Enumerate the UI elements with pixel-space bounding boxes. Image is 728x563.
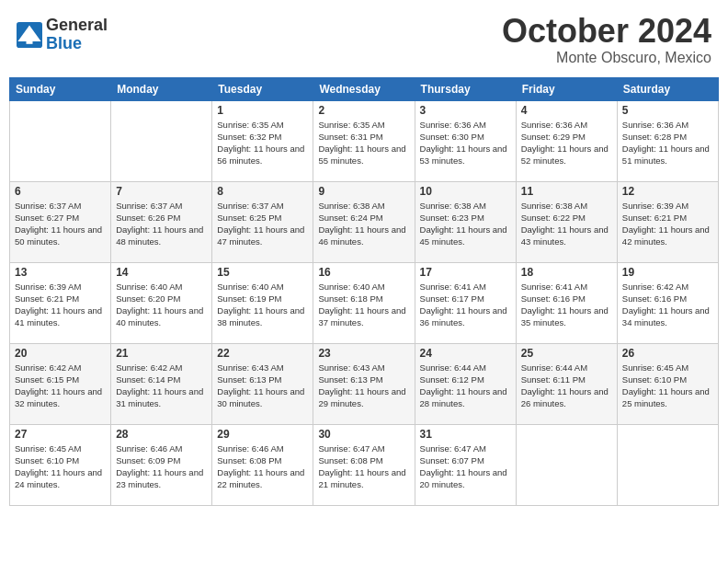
day-info: Sunrise: 6:36 AMSunset: 6:28 PMDaylight:… [622,119,713,167]
calendar-cell: 2Sunrise: 6:35 AMSunset: 6:31 PMDaylight… [313,100,415,181]
day-number: 30 [318,428,409,441]
calendar-cell: 6Sunrise: 6:37 AMSunset: 6:27 PMDaylight… [10,181,111,262]
day-number: 8 [217,185,308,198]
day-info: Sunrise: 6:46 AMSunset: 6:09 PMDaylight:… [116,442,207,491]
day-info: Sunrise: 6:38 AMSunset: 6:23 PMDaylight:… [420,200,511,248]
day-info: Sunrise: 6:41 AMSunset: 6:16 PMDaylight:… [521,281,612,329]
day-info: Sunrise: 6:40 AMSunset: 6:20 PMDaylight:… [116,281,207,329]
day-info: Sunrise: 6:43 AMSunset: 6:13 PMDaylight:… [217,362,308,410]
day-info: Sunrise: 6:44 AMSunset: 6:12 PMDaylight:… [420,362,511,410]
calendar-week-row: 6Sunrise: 6:37 AMSunset: 6:27 PMDaylight… [10,181,719,262]
day-info: Sunrise: 6:37 AMSunset: 6:27 PMDaylight:… [15,200,106,248]
day-number: 12 [622,185,713,198]
day-info: Sunrise: 6:40 AMSunset: 6:18 PMDaylight:… [318,281,409,329]
day-number: 2 [318,104,409,117]
calendar-week-row: 20Sunrise: 6:42 AMSunset: 6:15 PMDayligh… [10,343,719,424]
calendar-cell: 9Sunrise: 6:38 AMSunset: 6:24 PMDaylight… [313,181,415,262]
day-number: 26 [622,347,713,360]
calendar-cell: 10Sunrise: 6:38 AMSunset: 6:23 PMDayligh… [415,181,516,262]
day-number: 20 [15,347,106,360]
day-number: 7 [116,185,207,198]
day-number: 31 [420,428,511,441]
svg-rect-2 [27,40,33,43]
logo: General Blue [17,17,108,53]
day-info: Sunrise: 6:39 AMSunset: 6:21 PMDaylight:… [622,200,713,248]
day-info: Sunrise: 6:45 AMSunset: 6:10 PMDaylight:… [622,362,713,410]
calendar-week-row: 27Sunrise: 6:45 AMSunset: 6:10 PMDayligh… [10,424,719,505]
calendar-cell [10,100,111,181]
day-number: 1 [217,104,308,117]
day-info: Sunrise: 6:46 AMSunset: 6:08 PMDaylight:… [217,442,308,491]
logo-text: General Blue [46,17,108,53]
day-number: 5 [622,104,713,117]
day-info: Sunrise: 6:42 AMSunset: 6:16 PMDaylight:… [622,281,713,329]
day-number: 16 [318,266,409,279]
day-header-monday: Monday [111,77,212,100]
day-number: 15 [217,266,308,279]
logo-icon [17,22,42,48]
day-number: 14 [116,266,207,279]
calendar-cell: 1Sunrise: 6:35 AMSunset: 6:32 PMDaylight… [212,100,313,181]
day-number: 11 [521,185,612,198]
day-number: 28 [116,428,207,441]
calendar-cell [516,424,617,505]
calendar-table: SundayMondayTuesdayWednesdayThursdayFrid… [9,77,719,506]
calendar-cell: 18Sunrise: 6:41 AMSunset: 6:16 PMDayligh… [516,262,617,343]
day-header-tuesday: Tuesday [212,77,313,100]
day-number: 18 [521,266,612,279]
calendar-cell: 11Sunrise: 6:38 AMSunset: 6:22 PMDayligh… [516,181,617,262]
day-number: 23 [318,347,409,360]
day-info: Sunrise: 6:36 AMSunset: 6:29 PMDaylight:… [521,119,612,167]
day-info: Sunrise: 6:44 AMSunset: 6:11 PMDaylight:… [521,362,612,410]
calendar-cell: 21Sunrise: 6:42 AMSunset: 6:14 PMDayligh… [111,343,212,424]
calendar-cell: 24Sunrise: 6:44 AMSunset: 6:12 PMDayligh… [415,343,516,424]
day-number: 17 [420,266,511,279]
day-header-friday: Friday [516,77,617,100]
day-number: 10 [420,185,511,198]
day-number: 22 [217,347,308,360]
calendar-cell: 17Sunrise: 6:41 AMSunset: 6:17 PMDayligh… [415,262,516,343]
day-info: Sunrise: 6:39 AMSunset: 6:21 PMDaylight:… [15,281,106,329]
calendar-cell: 13Sunrise: 6:39 AMSunset: 6:21 PMDayligh… [10,262,111,343]
day-info: Sunrise: 6:40 AMSunset: 6:19 PMDaylight:… [217,281,308,329]
calendar-cell: 28Sunrise: 6:46 AMSunset: 6:09 PMDayligh… [111,424,212,505]
calendar-header-row: SundayMondayTuesdayWednesdayThursdayFrid… [10,77,719,100]
day-number: 13 [15,266,106,279]
day-info: Sunrise: 6:43 AMSunset: 6:13 PMDaylight:… [318,362,409,410]
day-number: 9 [318,185,409,198]
day-info: Sunrise: 6:35 AMSunset: 6:32 PMDaylight:… [217,119,308,167]
calendar-cell: 31Sunrise: 6:47 AMSunset: 6:07 PMDayligh… [415,424,516,505]
calendar-cell: 4Sunrise: 6:36 AMSunset: 6:29 PMDaylight… [516,100,617,181]
title-block: October 2024 Monte Obscuro, Mexico [502,13,711,66]
day-info: Sunrise: 6:42 AMSunset: 6:15 PMDaylight:… [15,362,106,410]
calendar-cell: 20Sunrise: 6:42 AMSunset: 6:15 PMDayligh… [10,343,111,424]
calendar-cell: 29Sunrise: 6:46 AMSunset: 6:08 PMDayligh… [212,424,313,505]
day-number: 21 [116,347,207,360]
calendar-cell: 19Sunrise: 6:42 AMSunset: 6:16 PMDayligh… [617,262,718,343]
calendar-cell: 22Sunrise: 6:43 AMSunset: 6:13 PMDayligh… [212,343,313,424]
calendar-cell: 30Sunrise: 6:47 AMSunset: 6:08 PMDayligh… [313,424,415,505]
day-number: 29 [217,428,308,441]
day-number: 25 [521,347,612,360]
day-number: 19 [622,266,713,279]
day-info: Sunrise: 6:41 AMSunset: 6:17 PMDaylight:… [420,281,511,329]
day-info: Sunrise: 6:35 AMSunset: 6:31 PMDaylight:… [318,119,409,167]
day-number: 27 [15,428,106,441]
logo-general: General [46,16,108,34]
calendar-cell: 26Sunrise: 6:45 AMSunset: 6:10 PMDayligh… [617,343,718,424]
month-title: October 2024 [502,13,711,50]
day-header-thursday: Thursday [415,77,516,100]
day-info: Sunrise: 6:38 AMSunset: 6:24 PMDaylight:… [318,200,409,248]
calendar-cell: 16Sunrise: 6:40 AMSunset: 6:18 PMDayligh… [313,262,415,343]
day-info: Sunrise: 6:37 AMSunset: 6:25 PMDaylight:… [217,200,308,248]
day-number: 3 [420,104,511,117]
calendar-week-row: 1Sunrise: 6:35 AMSunset: 6:32 PMDaylight… [10,100,719,181]
day-header-saturday: Saturday [617,77,718,100]
day-info: Sunrise: 6:36 AMSunset: 6:30 PMDaylight:… [420,119,511,167]
day-header-wednesday: Wednesday [313,77,415,100]
calendar-cell: 23Sunrise: 6:43 AMSunset: 6:13 PMDayligh… [313,343,415,424]
day-number: 24 [420,347,511,360]
day-info: Sunrise: 6:37 AMSunset: 6:26 PMDaylight:… [116,200,207,248]
calendar-cell [617,424,718,505]
calendar-cell [111,100,212,181]
